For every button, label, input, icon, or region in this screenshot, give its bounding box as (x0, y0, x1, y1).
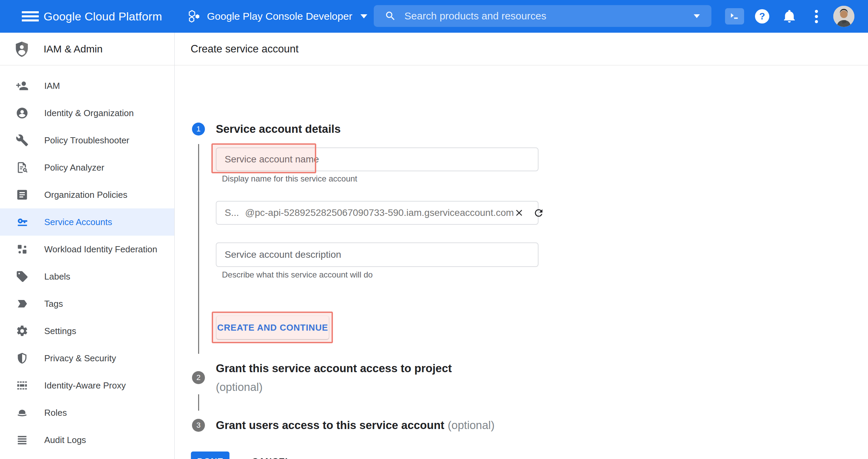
service-account-id-value[interactable]: S... (225, 207, 239, 218)
sidebar-item-tags[interactable]: Tags (0, 290, 174, 317)
service-account-description-field (216, 242, 539, 267)
cloud-shell-button[interactable] (724, 0, 745, 33)
step2-optional-label: (optional) (216, 378, 529, 396)
proxy-grid-icon (16, 379, 29, 392)
name-helper-text: Display name for this service account (222, 174, 357, 184)
sidebar-nav: IAM Identity & Organization Policy Troub… (0, 65, 174, 454)
list-icon (16, 433, 29, 446)
step2-rail (198, 394, 199, 411)
wrench-icon (16, 134, 29, 147)
refresh-icon[interactable] (533, 207, 544, 219)
hat-icon (16, 406, 29, 419)
sidebar: IAM & Admin IAM Identity & Organization … (0, 33, 175, 459)
sidebar-item-settings[interactable]: Settings (0, 317, 174, 345)
iam-shield-icon (13, 41, 30, 58)
clear-icon[interactable] (514, 208, 524, 218)
notifications-button[interactable] (780, 0, 799, 33)
create-service-account-wizard: 1 Service account details Display name f… (175, 65, 868, 459)
page-header: Create service account (175, 33, 868, 65)
service-account-name-input[interactable] (216, 148, 538, 171)
step1-title: Service account details (216, 123, 341, 136)
project-hexagons-icon (188, 9, 202, 24)
cancel-button[interactable]: CANCEL (245, 451, 298, 459)
article-icon (16, 188, 29, 201)
sidebar-item-policy-troubleshooter[interactable]: Policy Troubleshooter (0, 127, 174, 154)
service-account-id-field[interactable]: S... @pc-api-5289252825067090733-590.iam… (216, 201, 539, 225)
sidebar-item-labels[interactable]: Labels (0, 263, 174, 290)
page-title: Create service account (191, 43, 299, 55)
gcp-console-screen: Google Cloud Platform Google Play Consol… (0, 0, 868, 459)
sidebar-item-identity-aware-proxy[interactable]: Identity-Aware Proxy (0, 372, 174, 399)
step2-indicator: 2 (192, 371, 205, 384)
step1-indicator: 1 (192, 123, 205, 136)
step3-title: Grant users access to this service accou… (216, 418, 495, 432)
description-helper-text: Describe what this service account will … (222, 270, 373, 280)
label-icon (16, 270, 29, 283)
chevron-down-icon (360, 14, 367, 18)
person-add-icon (16, 79, 29, 92)
sidebar-item-audit-logs[interactable]: Audit Logs (0, 426, 174, 454)
step3-indicator: 3 (192, 419, 205, 432)
key-icon (16, 216, 29, 228)
help-button[interactable]: ? (753, 0, 771, 33)
wizard-footer: DONE CANCEL (191, 451, 298, 459)
top-navigation-bar: Google Cloud Platform Google Play Consol… (0, 0, 868, 33)
main-content: Create service account 1 Service account… (175, 33, 868, 459)
account-circle-icon (16, 107, 29, 120)
app-logo[interactable]: Google Cloud Platform (44, 0, 162, 33)
create-and-continue-button[interactable]: CREATE AND CONTINUE (216, 316, 329, 339)
sidebar-item-identity-organization[interactable]: Identity & Organization (0, 99, 174, 127)
project-selector[interactable]: Google Play Console Developer (188, 0, 367, 33)
sidebar-item-roles[interactable]: Roles (0, 399, 174, 426)
search-icon (385, 10, 396, 22)
sidebar-item-service-accounts[interactable]: Service Accounts (0, 208, 174, 236)
kebab-menu-icon (815, 10, 818, 23)
shield-icon (16, 352, 29, 365)
document-search-icon (16, 161, 29, 174)
project-name: Google Play Console Developer (207, 11, 352, 22)
gear-icon (16, 325, 29, 337)
sidebar-item-workload-identity-federation[interactable]: Workload Identity Federation (0, 236, 174, 263)
avatar (833, 6, 854, 27)
menu-icon[interactable] (22, 11, 39, 21)
cloud-shell-icon (725, 8, 744, 25)
sidebar-item-policy-analyzer[interactable]: Policy Analyzer (0, 154, 174, 181)
search-chevron-down-icon[interactable] (694, 14, 700, 18)
sidebar-header: IAM & Admin (0, 33, 174, 65)
search-input[interactable]: Search products and resources (404, 10, 686, 22)
more-options-button[interactable] (809, 0, 823, 33)
tiles-icon (16, 243, 29, 256)
sidebar-title: IAM & Admin (44, 43, 102, 55)
step2-title: Grant this service account access to pro… (216, 359, 529, 396)
bell-icon (782, 9, 797, 24)
service-account-name-field (216, 147, 539, 171)
sidebar-item-privacy-security[interactable]: Privacy & Security (0, 345, 174, 372)
sidebar-item-iam[interactable]: IAM (0, 72, 174, 99)
search-bar[interactable]: Search products and resources (374, 5, 711, 27)
account-menu-button[interactable] (833, 0, 855, 33)
done-button[interactable]: DONE (191, 452, 229, 459)
help-icon: ? (755, 9, 769, 23)
service-account-id-domain: @pc-api-5289252825067090733-590.iam.gser… (245, 207, 514, 218)
step3-optional-label: (optional) (448, 419, 495, 431)
step1-rail (198, 144, 199, 354)
sidebar-item-organization-policies[interactable]: Organization Policies (0, 181, 174, 208)
service-account-description-input[interactable] (216, 243, 538, 266)
tag-arrow-icon (16, 297, 29, 310)
